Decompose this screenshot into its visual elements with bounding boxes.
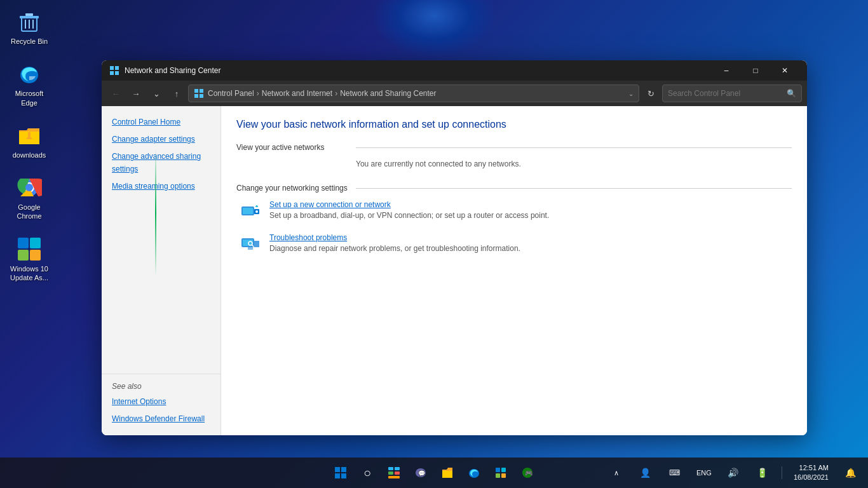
troubleshoot-content: Troubleshoot problems Diagnose and repai… xyxy=(269,233,520,253)
downloads-icon[interactable]: downloads xyxy=(6,120,52,162)
taskbar-right: ∧ 👤 ⌨ ENG 🔊 🔋 12:51 AM 16/08/2021 🔔 xyxy=(604,460,863,485)
svg-text:🎮: 🎮 xyxy=(525,469,533,477)
recycle-bin-icon[interactable]: Recycle Bin xyxy=(6,6,52,48)
setup-connection-desc: Set up a broadband, dial-up, or VPN conn… xyxy=(269,211,549,220)
networking-settings-header: Change your networking settings xyxy=(236,184,792,193)
recycle-bin-image xyxy=(17,9,42,34)
recycle-bin-label: Recycle Bin xyxy=(11,37,48,46)
sidebar-see-also: See also Internet Options Windows Defend… xyxy=(102,374,220,428)
downloads-label: downloads xyxy=(13,151,46,159)
path-sep-1: › xyxy=(257,89,259,98)
up-button[interactable]: ↑ xyxy=(168,85,186,102)
sidebar-item-media-streaming[interactable]: Media streaming options xyxy=(102,178,220,195)
chrome-label: Google Chrome xyxy=(9,203,50,221)
store-button[interactable] xyxy=(488,460,513,485)
svg-rect-16 xyxy=(110,66,114,70)
tray-people-icon[interactable]: 👤 xyxy=(633,460,658,485)
cursor-line xyxy=(155,149,156,276)
search-icon[interactable]: 🔍 xyxy=(787,89,796,98)
notification-button[interactable]: 🔔 xyxy=(837,460,863,485)
see-also-label: See also xyxy=(102,379,220,393)
active-networks-label: View your active networks xyxy=(236,143,351,152)
svg-rect-14 xyxy=(18,250,29,261)
window-controls: – □ ✕ xyxy=(712,60,799,81)
search-input[interactable] xyxy=(668,89,787,98)
windows-update-icon[interactable]: Windows 10 Update As... xyxy=(6,234,52,285)
svg-rect-39 xyxy=(395,467,400,470)
svg-rect-2 xyxy=(25,13,33,16)
sidebar-item-internet-options[interactable]: Internet Options xyxy=(102,393,220,410)
tray-expand-button[interactable]: ∧ xyxy=(604,460,629,485)
tray-divider xyxy=(782,466,782,479)
tray-language-icon[interactable]: ENG xyxy=(691,460,717,485)
edge-taskbar-button[interactable] xyxy=(461,460,487,485)
file-explorer-button[interactable] xyxy=(435,460,460,485)
troubleshoot-item: Troubleshoot problems Diagnose and repai… xyxy=(236,233,792,256)
back-button[interactable]: ← xyxy=(107,85,125,102)
troubleshoot-icon xyxy=(239,233,262,256)
edge-image xyxy=(17,61,42,86)
networking-settings-section: Change your networking settings xyxy=(236,184,792,256)
svg-rect-36 xyxy=(335,473,340,478)
svg-rect-45 xyxy=(442,471,452,478)
window-title: Network and Sharing Center xyxy=(125,66,712,75)
downloads-image xyxy=(17,123,42,148)
svg-rect-47 xyxy=(496,468,500,472)
svg-rect-37 xyxy=(341,473,346,478)
active-networks-section: View your active networks xyxy=(236,143,792,152)
search-taskbar-button[interactable]: ○ xyxy=(355,460,380,485)
sidebar-item-advanced-sharing[interactable]: Change advanced sharing settings xyxy=(102,148,220,177)
path-sep-2: › xyxy=(335,89,337,98)
forward-button[interactable]: → xyxy=(127,85,145,102)
svg-rect-48 xyxy=(501,468,506,472)
microsoft-edge-icon[interactable]: Microsoft Edge xyxy=(6,58,52,110)
close-button[interactable]: ✕ xyxy=(770,60,799,81)
svg-rect-35 xyxy=(341,467,346,472)
win11-orb xyxy=(370,0,498,57)
search-box[interactable]: 🔍 xyxy=(662,85,802,102)
maximize-button[interactable]: □ xyxy=(741,60,770,81)
active-networks-divider xyxy=(356,147,792,148)
svg-rect-1 xyxy=(20,16,39,18)
setup-connection-item: Set up a new connection or network Set u… xyxy=(236,200,792,223)
taskbar-clock[interactable]: 12:51 AM 16/08/2021 xyxy=(789,463,834,483)
sidebar-item-change-adapter[interactable]: Change adapter settings xyxy=(102,131,220,148)
address-path[interactable]: Control Panel › Network and Internet › N… xyxy=(188,85,639,102)
xbox-button[interactable]: 🎮 xyxy=(515,460,540,485)
tray-battery-icon[interactable]: 🔋 xyxy=(750,460,775,485)
edge-label: Microsoft Edge xyxy=(9,89,50,107)
minimize-button[interactable]: – xyxy=(712,60,741,81)
network-sharing-center-window: Network and Sharing Center – □ ✕ ← → ⌄ ↑… xyxy=(102,60,807,435)
networking-settings-divider xyxy=(356,188,792,189)
svg-rect-13 xyxy=(30,238,41,248)
window-body: Control Panel Home Change adapter settin… xyxy=(102,106,807,435)
tray-keyboard-icon[interactable]: ⌨ xyxy=(662,460,688,485)
svg-rect-41 xyxy=(395,471,400,475)
svg-rect-8 xyxy=(28,132,31,139)
sidebar: Control Panel Home Change adapter settin… xyxy=(102,106,221,435)
sidebar-item-windows-firewall[interactable]: Windows Defender Firewall xyxy=(102,410,220,428)
svg-text:💬: 💬 xyxy=(418,470,426,477)
path-dropdown-arrow[interactable]: ⌄ xyxy=(628,90,634,97)
chat-button[interactable]: 💬 xyxy=(408,460,433,485)
refresh-button[interactable]: ↻ xyxy=(642,85,660,102)
window-icon xyxy=(109,65,119,76)
update-image xyxy=(17,236,42,262)
troubleshoot-link[interactable]: Troubleshoot problems xyxy=(269,233,520,242)
chrome-image xyxy=(17,175,42,200)
networking-settings-label: Change your networking settings xyxy=(236,184,351,193)
svg-rect-25 xyxy=(243,208,253,214)
path-segment-1: Control Panel xyxy=(208,89,254,98)
tray-volume-icon[interactable]: 🔊 xyxy=(721,460,746,485)
google-chrome-desktop-icon[interactable]: Google Chrome xyxy=(6,172,52,224)
path-segment-2: Network and Internet xyxy=(262,89,332,98)
widgets-button[interactable] xyxy=(381,460,407,485)
setup-connection-link[interactable]: Set up a new connection or network xyxy=(269,200,549,209)
path-icon xyxy=(194,88,204,98)
start-button[interactable] xyxy=(328,460,353,485)
recent-button[interactable]: ⌄ xyxy=(147,85,165,102)
path-segment-3: Network and Sharing Center xyxy=(340,89,436,98)
svg-rect-34 xyxy=(335,467,340,472)
sidebar-item-control-panel-home[interactable]: Control Panel Home xyxy=(102,114,220,131)
taskbar-center: ○ 💬 xyxy=(328,460,540,485)
